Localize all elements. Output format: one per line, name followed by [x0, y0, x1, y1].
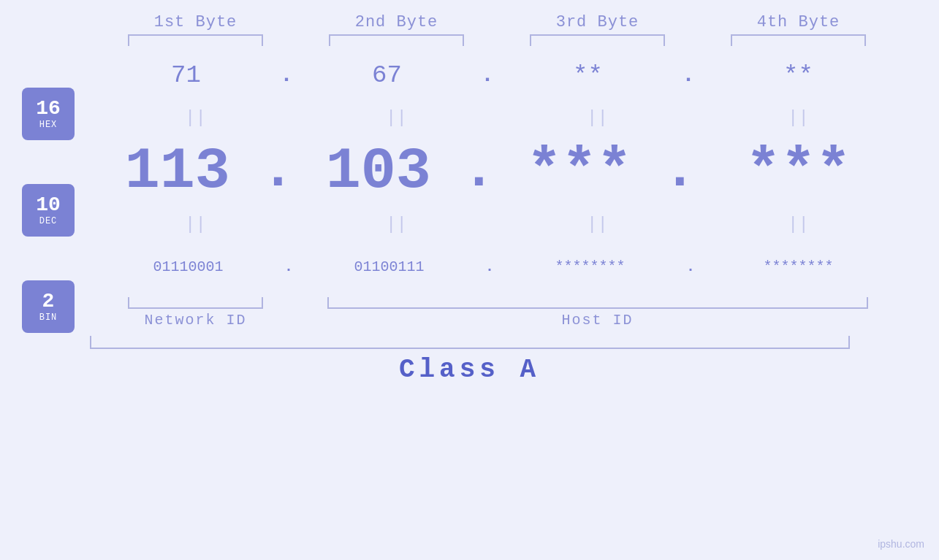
dec-byte1-cell: 113 . — [95, 138, 296, 204]
eq2-byte4-val: || — [698, 215, 899, 234]
eq1-byte4: || — [698, 108, 899, 128]
bin-byte3-cell: ******** . — [497, 258, 698, 275]
bin-data-row: 01110001 . 01100111 . ******** . *******… — [0, 237, 939, 296]
class-bracket-line — [90, 336, 850, 349]
byte2-header: 2nd Byte — [296, 13, 497, 31]
class-bracket-row — [0, 336, 939, 349]
dec-badge-num: 10 — [36, 194, 61, 217]
top-bracket-4 — [698, 34, 899, 46]
bin-badge-base: BIN — [39, 312, 58, 323]
hex-sep3: . — [682, 63, 695, 88]
eq1-byte1: || — [95, 108, 296, 128]
eq2-byte2-val: || — [296, 215, 497, 234]
eq1-byte2-val: || — [296, 108, 497, 128]
bin-sep1: . — [284, 258, 293, 275]
host-id-label: Host ID — [296, 312, 899, 329]
host-bracket-line — [327, 297, 868, 309]
eq1-byte3-val: || — [497, 108, 698, 128]
hex-byte1-value: 71 — [95, 61, 277, 89]
host-bracket-cell — [296, 297, 899, 309]
bin-sep3: . — [686, 258, 695, 275]
top-bracket-1 — [95, 34, 296, 46]
badges-column: 16 HEX 10 DEC 2 BIN — [22, 0, 75, 560]
id-labels-row: Network ID Host ID — [0, 312, 939, 329]
eq-row-2: || || || || — [0, 211, 939, 237]
top-bracket-line-2 — [329, 34, 464, 46]
byte-headers-row: 1st Byte 2nd Byte 3rd Byte 4th Byte — [0, 0, 939, 31]
page-layout: 16 HEX 10 DEC 2 BIN 1st Byte 2nd Byte 3r… — [0, 0, 939, 560]
hex-sep2: . — [481, 63, 494, 88]
dec-byte1-value: 113 — [95, 138, 259, 204]
eq1-byte4-val: || — [698, 108, 899, 128]
net-bracket-cell — [95, 297, 296, 309]
bin-sep2: . — [485, 258, 494, 275]
hex-byte3-value: ** — [497, 61, 679, 89]
top-bracket-line-4 — [731, 34, 866, 46]
hex-byte1-cell: 71 . — [95, 61, 296, 89]
hex-sep1: . — [280, 63, 293, 88]
eq1-byte2: || — [296, 108, 497, 128]
class-a-label: Class A — [399, 355, 540, 385]
bin-byte2-value: 01100111 — [296, 258, 482, 275]
dec-byte2-value: 103 — [296, 138, 460, 204]
eq1-byte3: || — [497, 108, 698, 128]
byte1-header: 1st Byte — [95, 13, 296, 31]
dec-byte4-cell: *** — [698, 138, 899, 204]
bin-byte3-value: ******** — [497, 258, 683, 275]
hex-byte2-value: 67 — [296, 61, 478, 89]
bin-byte4-value: ******** — [698, 258, 899, 275]
class-label-row: Class A — [0, 355, 939, 385]
dec-byte2-cell: 103 . — [296, 138, 497, 204]
bin-byte1-cell: 01110001 . — [95, 258, 296, 275]
network-id-label: Network ID — [95, 312, 296, 329]
bin-byte1-value: 01110001 — [95, 258, 281, 275]
byte3-header: 3rd Byte — [497, 13, 698, 31]
hex-byte2-cell: 67 . — [296, 61, 497, 89]
hex-badge: 16 HEX — [22, 88, 75, 140]
top-bracket-line-3 — [530, 34, 665, 46]
eq2-byte1: || — [95, 215, 296, 234]
hex-byte3-cell: ** . — [497, 61, 698, 89]
class-bracket-wrap — [86, 336, 854, 349]
dec-byte3-cell: *** . — [497, 138, 698, 204]
bin-byte2-cell: 01100111 . — [296, 258, 497, 275]
watermark: ipshu.com — [878, 538, 924, 550]
bottom-brackets-row — [0, 297, 939, 309]
eq2-byte1-val: || — [95, 215, 296, 234]
net-bracket-line — [128, 297, 263, 309]
hex-data-row: 71 . 67 . ** . ** — [0, 46, 939, 104]
eq2-byte3: || — [497, 215, 698, 234]
dec-sep1: . — [261, 139, 294, 202]
hex-byte4-cell: ** — [698, 61, 899, 89]
eq2-byte4: || — [698, 215, 899, 234]
top-bracket-3 — [497, 34, 698, 46]
top-brackets-row — [0, 34, 939, 46]
eq1-byte1-val: || — [95, 108, 296, 128]
bin-badge: 2 BIN — [22, 280, 75, 333]
eq2-byte2: || — [296, 215, 497, 234]
dec-badge: 10 DEC — [22, 184, 75, 237]
top-bracket-2 — [296, 34, 497, 46]
hex-badge-num: 16 — [36, 98, 61, 120]
top-bracket-line-1 — [128, 34, 263, 46]
dec-sep2: . — [462, 139, 495, 202]
dec-data-row: 113 . 103 . *** . *** — [0, 131, 939, 211]
bin-badge-num: 2 — [42, 291, 55, 313]
dec-byte4-value: *** — [698, 138, 899, 204]
byte4-header: 4th Byte — [698, 13, 899, 31]
hex-byte4-value: ** — [698, 61, 899, 89]
eq2-byte3-val: || — [497, 215, 698, 234]
dec-badge-base: DEC — [39, 216, 58, 226]
dec-sep3: . — [663, 139, 696, 202]
hex-badge-base: HEX — [39, 120, 58, 130]
eq-row-1: || || || || — [0, 104, 939, 131]
bin-byte4-cell: ******** — [698, 258, 899, 275]
dec-byte3-value: *** — [497, 138, 661, 204]
